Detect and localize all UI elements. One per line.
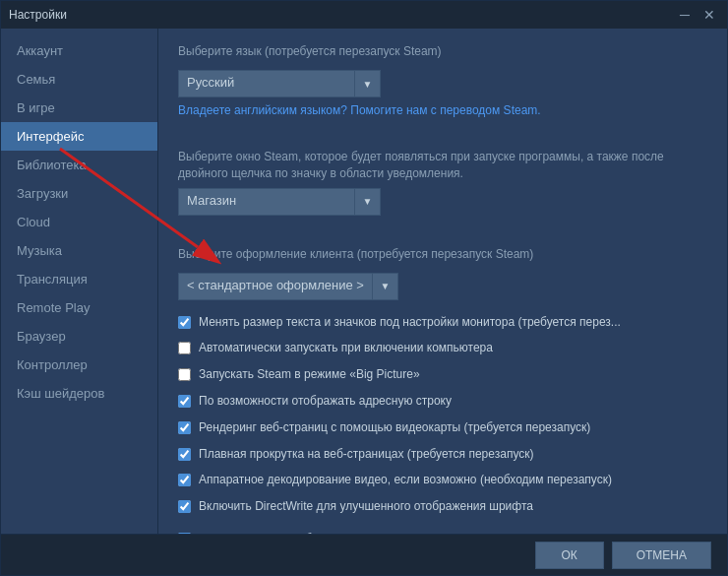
main-content: АккаунтСемьяВ игреИнтерфейсБиблиотекаЗаг… [1, 29, 727, 534]
window-dropdown-wrapper: Магазин ▼ [178, 188, 707, 216]
skin-dropdown-wrapper: < стандартное оформление > ▼ [178, 273, 707, 300]
checkbox-label-2: Запускать Steam в режиме «Big Picture» [199, 366, 420, 383]
footer: ОК ОТМЕНА [1, 534, 727, 575]
checkbox-label-6: Аппаратное декодирование видео, если воз… [199, 472, 612, 488]
sidebar-item-браузер[interactable]: Браузер [1, 322, 157, 351]
checkbox-label-4: Рендеринг веб-страниц с помощью видеокар… [199, 419, 590, 436]
close-button[interactable]: ✕ [699, 7, 719, 23]
language-dropdown-arrow[interactable]: ▼ [355, 70, 381, 97]
checkbox-label-1: Автоматически запускать при включении ко… [199, 340, 493, 356]
language-section: Выберите язык (потребуется перезапуск St… [178, 44, 707, 117]
sidebar: АккаунтСемьяВ игреИнтерфейсБиблиотекаЗаг… [1, 29, 158, 534]
checkbox-row-1: Автоматически запускать при включении ко… [178, 338, 707, 358]
checkbox-row-4: Рендеринг веб-страниц с помощью видеокар… [178, 417, 707, 438]
sidebar-item-аккаунт[interactable]: Аккаунт [1, 36, 157, 65]
checkboxes-section: Менять размер текста и значков под настр… [178, 312, 707, 517]
sidebar-item-cloud[interactable]: Cloud [1, 208, 157, 236]
sidebar-item-музыка[interactable]: Музыка [1, 236, 157, 265]
window-section: Выберите окно Steam, которое будет появл… [178, 149, 707, 216]
window-description: Выберите окно Steam, которое будет появл… [178, 149, 707, 182]
window-dropdown[interactable]: Магазин [178, 188, 355, 216]
window-title: Настройки [9, 8, 67, 22]
checkbox-row-3: По возможности отображать адресную строк… [178, 391, 707, 412]
checkbox-row-6: Аппаратное декодирование видео, если воз… [178, 470, 707, 490]
sidebar-item-в-игре[interactable]: В игре [1, 94, 157, 122]
checkbox-1[interactable] [178, 342, 191, 354]
main-panel: Выберите язык (потребуется перезапуск St… [158, 29, 727, 534]
sidebar-item-remote-play[interactable]: Remote Play [1, 293, 157, 322]
checkbox-3[interactable] [178, 395, 191, 408]
checkbox-label-0: Менять размер текста и значков под настр… [199, 314, 621, 331]
sidebar-item-контроллер[interactable]: Контроллер [1, 351, 157, 379]
window-dropdown-arrow[interactable]: ▼ [355, 188, 381, 216]
skin-dropdown[interactable]: < стандартное оформление > [178, 273, 373, 300]
skin-section: Выберите оформление клиента (потребуется… [178, 247, 707, 300]
checkbox-label-7: Включить DirectWrite для улучшенного ото… [199, 498, 533, 515]
sidebar-item-библиотека[interactable]: Библиотека [1, 151, 157, 179]
minimize-button[interactable]: ─ [676, 7, 694, 23]
ok-button[interactable]: ОК [535, 542, 604, 569]
language-label: Выберите язык (потребуется перезапуск St… [178, 44, 707, 58]
checkbox-row-5: Плавная прокрутка на веб-страницах (треб… [178, 444, 707, 465]
language-help-link[interactable]: Владеете английским языком? Помогите нам… [178, 103, 707, 117]
window-controls: ─ ✕ [676, 7, 719, 23]
checkbox-4[interactable] [178, 421, 191, 434]
settings-window: Настройки ─ ✕ АккаунтСемьяВ игреИнтерфей… [0, 0, 728, 576]
skin-label: Выберите оформление клиента (потребуется… [178, 247, 707, 261]
checkbox-row-7: Включить DirectWrite для улучшенного ото… [178, 496, 707, 517]
sidebar-item-кэш-шейдеров[interactable]: Кэш шейдеров [1, 379, 157, 408]
checkbox-7[interactable] [178, 500, 191, 513]
checkbox-5[interactable] [178, 448, 191, 461]
sidebar-item-семья[interactable]: Семья [1, 65, 157, 94]
sidebar-item-интерфейс[interactable]: Интерфейс [1, 122, 157, 151]
checkbox-row-2: Запускать Steam в режиме «Big Picture» [178, 364, 707, 385]
cancel-button[interactable]: ОТМЕНА [612, 542, 711, 569]
checkbox-6[interactable] [178, 474, 191, 486]
language-dropdown-wrapper: Русский ▼ [178, 70, 707, 97]
sidebar-item-загрузки[interactable]: Загрузки [1, 179, 157, 208]
language-dropdown[interactable]: Русский [178, 70, 355, 97]
title-bar: Настройки ─ ✕ [1, 1, 727, 29]
sidebar-item-трансляция[interactable]: Трансляция [1, 265, 157, 293]
checkbox-0[interactable] [178, 316, 191, 329]
checkbox-label-5: Плавная прокрутка на веб-страницах (треб… [199, 446, 534, 463]
skin-dropdown-arrow[interactable]: ▼ [373, 273, 398, 300]
checkbox-label-3: По возможности отображать адресную строк… [199, 393, 452, 410]
checkbox-row-0: Менять размер текста и значков под настр… [178, 312, 707, 333]
checkbox-2[interactable] [178, 368, 191, 381]
